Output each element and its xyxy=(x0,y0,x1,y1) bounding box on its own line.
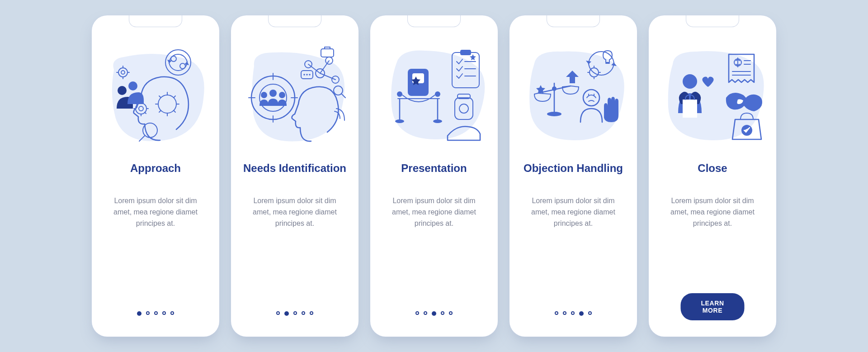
dot-4[interactable] xyxy=(441,311,444,315)
dot-1[interactable] xyxy=(137,311,142,316)
dot-2[interactable] xyxy=(284,311,289,316)
screen-body: Lorem ipsum dolor sit dim amet, mea regi… xyxy=(384,195,484,229)
dot-3[interactable] xyxy=(432,311,436,316)
dot-4[interactable] xyxy=(579,311,584,316)
onboarding-screen-approach: Approach Lorem ipsum dolor sit dim amet,… xyxy=(92,15,219,337)
screen-title: Approach xyxy=(130,162,181,176)
dot-5[interactable] xyxy=(588,311,592,315)
approach-icon xyxy=(101,41,210,149)
dot-4[interactable] xyxy=(162,311,166,315)
screen-body: Lorem ipsum dolor sit dim amet, mea regi… xyxy=(106,195,205,229)
dot-5[interactable] xyxy=(310,311,313,315)
dot-4[interactable] xyxy=(302,311,305,315)
pagination-dots xyxy=(555,311,592,316)
close-icon xyxy=(658,41,767,149)
needs-identification-icon xyxy=(241,41,349,149)
pagination-dots xyxy=(137,311,174,316)
phone-notch xyxy=(268,15,321,27)
onboarding-stage: Approach Lorem ipsum dolor sit dim amet,… xyxy=(0,0,868,352)
screen-body: Lorem ipsum dolor sit dim amet, mea regi… xyxy=(524,195,623,229)
pagination-dots xyxy=(415,311,453,316)
dot-3[interactable] xyxy=(154,311,158,315)
dot-5[interactable] xyxy=(449,311,453,315)
onboarding-screen-presentation: Presentation Lorem ipsum dolor sit dim a… xyxy=(370,15,498,337)
dot-3[interactable] xyxy=(293,311,297,315)
onboarding-screen-objection: Objection Handling Lorem ipsum dolor sit… xyxy=(509,15,637,337)
screen-body: Lorem ipsum dolor sit dim amet, mea regi… xyxy=(245,195,344,229)
dot-1[interactable] xyxy=(555,311,558,315)
onboarding-screen-close: Close Lorem ipsum dolor sit dim amet, me… xyxy=(649,15,776,337)
presentation-icon xyxy=(380,41,488,149)
screen-body: Lorem ipsum dolor sit dim amet, mea regi… xyxy=(663,195,762,229)
screen-title: Close xyxy=(698,162,727,176)
dot-1[interactable] xyxy=(276,311,280,315)
learn-more-button[interactable]: LEARN MORE xyxy=(681,293,745,320)
phone-notch xyxy=(407,15,461,27)
screen-title: Objection Handling xyxy=(524,162,623,176)
pagination-dots xyxy=(276,311,313,316)
phone-notch xyxy=(547,15,600,27)
objection-handling-icon xyxy=(519,41,627,149)
dot-2[interactable] xyxy=(563,311,566,315)
screen-title: Needs Identification xyxy=(243,162,346,176)
dot-5[interactable] xyxy=(170,311,174,315)
onboarding-screen-needs: Needs Identification Lorem ipsum dolor s… xyxy=(231,15,359,337)
dot-2[interactable] xyxy=(424,311,427,315)
screen-title: Presentation xyxy=(401,162,467,176)
dot-2[interactable] xyxy=(146,311,150,315)
dot-3[interactable] xyxy=(571,311,575,315)
phone-notch xyxy=(129,15,182,27)
phone-notch xyxy=(686,15,739,27)
dot-1[interactable] xyxy=(415,311,419,315)
